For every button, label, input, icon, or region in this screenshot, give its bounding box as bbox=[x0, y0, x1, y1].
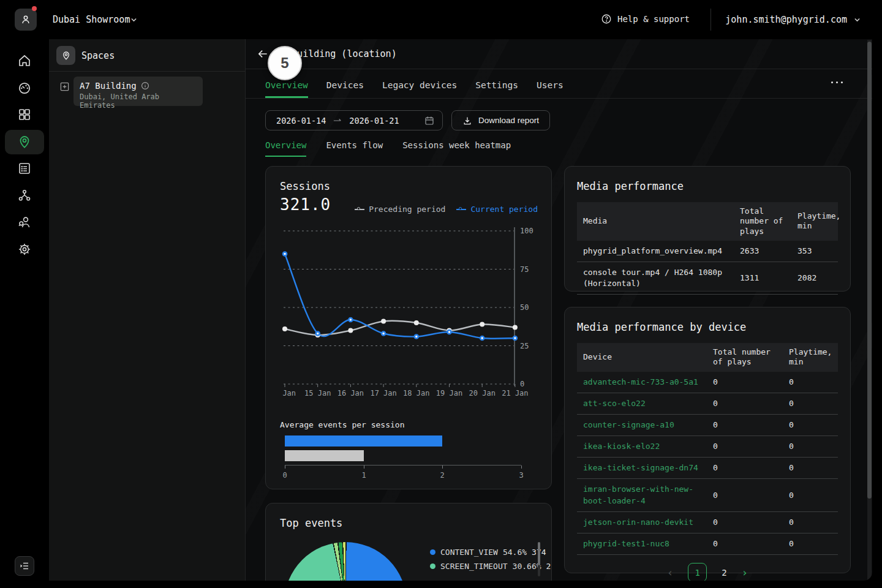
account-avatar[interactable] bbox=[15, 9, 37, 31]
workspace-name[interactable]: Dubai Showroom bbox=[53, 14, 130, 25]
nav-rail bbox=[0, 39, 49, 588]
table-header: Device Total number of plays Playtime, m… bbox=[577, 343, 838, 372]
tab-overview[interactable]: Overview bbox=[265, 80, 308, 98]
main-pane: A7 Building (location) Overview Devices … bbox=[245, 39, 872, 581]
sessions-line-chart: 10075502504 Jan15 Jan16 Jan17 Jan18 Jan1… bbox=[280, 225, 538, 400]
location-pin-icon[interactable] bbox=[17, 135, 32, 149]
location-header: A7 Building (location) bbox=[246, 39, 872, 69]
arrow-right-icon bbox=[333, 118, 342, 124]
gear-icon[interactable] bbox=[17, 242, 32, 257]
sidebar-collapse-button[interactable] bbox=[15, 556, 34, 576]
tab-users[interactable]: Users bbox=[537, 80, 564, 98]
annotation-badge-5: 5 bbox=[268, 46, 302, 80]
apps-grid-icon[interactable] bbox=[17, 107, 32, 122]
svg-text:4 Jan: 4 Jan bbox=[280, 389, 296, 398]
device-link[interactable]: advantech-mic-733-a0-5a1 bbox=[577, 372, 707, 393]
legend-content-view[interactable]: CONTENT_VIEW 54.6% 374 bbox=[430, 545, 540, 559]
tab-devices[interactable]: Devices bbox=[326, 80, 364, 98]
svg-text:50: 50 bbox=[520, 303, 529, 312]
avg-events-axis: 0123 bbox=[285, 465, 521, 481]
list-icon[interactable] bbox=[17, 161, 32, 176]
chevron-down-icon bbox=[853, 16, 861, 24]
help-support-label: Help & support bbox=[617, 14, 690, 24]
svg-text:15 Jan: 15 Jan bbox=[304, 389, 331, 398]
page-prev-icon[interactable]: ‹ bbox=[667, 567, 673, 579]
gauge-icon[interactable] bbox=[17, 80, 32, 95]
subtab-events-flow[interactable]: Events flow bbox=[326, 140, 383, 157]
svg-text:18 Jan: 18 Jan bbox=[403, 389, 429, 398]
event-count: 374 bbox=[532, 548, 552, 557]
account-email: john.smith@phygrid.com bbox=[725, 14, 847, 25]
ellipsis-menu-icon[interactable] bbox=[831, 81, 843, 83]
svg-text:16 Jan: 16 Jan bbox=[337, 389, 364, 398]
device-link[interactable]: att-sco-elo22 bbox=[577, 393, 707, 414]
user-search-icon[interactable] bbox=[17, 215, 32, 230]
table-row[interactable]: jetson-orin-nano-devkit 0 0 bbox=[577, 512, 838, 533]
sessions-card: Sessions 321.0 Preceding period Current … bbox=[265, 166, 552, 489]
device-link[interactable]: counter-signage-a10 bbox=[577, 415, 707, 435]
back-arrow-icon[interactable] bbox=[257, 48, 269, 60]
table-row[interactable]: ikea-kiosk-elo22 0 0 bbox=[577, 436, 838, 458]
date-range-picker[interactable]: 2026-01-14 2026-01-21 bbox=[265, 110, 443, 130]
device-link[interactable]: ikea-ticket-signage-dn74 bbox=[577, 458, 707, 478]
overview-content: 2026-01-14 2026-01-21 Download report bbox=[246, 110, 872, 581]
spaces-panel: Spaces A7 Building Dubai, United Arab Em… bbox=[49, 39, 245, 581]
legend-preceding-period[interactable]: Preceding period bbox=[355, 205, 445, 214]
legend-scrollbar[interactable] bbox=[538, 542, 540, 576]
scrollbar-thumb[interactable] bbox=[867, 42, 872, 499]
tab-legacy-devices[interactable]: Legacy devices bbox=[382, 80, 457, 98]
table-row[interactable]: phygrid-test1-nuc8 0 0 bbox=[577, 533, 838, 555]
calendar-icon[interactable] bbox=[424, 116, 434, 126]
table-row[interactable]: att-sco-elo22 0 0 bbox=[577, 393, 838, 415]
top-events-pie-chart bbox=[284, 542, 407, 581]
table-row[interactable]: advantech-mic-733-a0-5a1 0 0 bbox=[577, 372, 838, 393]
date-to[interactable]: 2026-01-21 bbox=[349, 116, 399, 126]
event-count: 210 bbox=[546, 562, 552, 571]
table-row[interactable]: counter-signage-a10 0 0 bbox=[577, 415, 838, 436]
page-2-button[interactable]: 2 bbox=[722, 568, 726, 578]
svg-text:0: 0 bbox=[520, 380, 524, 388]
spaces-panel-title: Spaces bbox=[81, 50, 115, 61]
avg-events-title: Average events per session bbox=[280, 420, 537, 429]
svg-text:20 Jan: 20 Jan bbox=[469, 389, 496, 398]
spaces-header: Spaces bbox=[49, 39, 245, 72]
vertical-scrollbar[interactable] bbox=[867, 40, 872, 580]
tree-expand-icon[interactable] bbox=[60, 82, 69, 91]
table-row[interactable]: imran-browser-with-new-boot-loader-4 0 0 bbox=[577, 479, 838, 511]
home-icon[interactable] bbox=[17, 53, 32, 68]
date-from[interactable]: 2026-01-14 bbox=[276, 116, 326, 126]
table-row[interactable]: console tour.mp4 / H264 1080p (Horizonta… bbox=[577, 262, 838, 295]
info-icon[interactable] bbox=[141, 81, 149, 90]
device-link[interactable]: ikea-kiosk-elo22 bbox=[577, 436, 707, 457]
help-support-button[interactable]: Help & support bbox=[601, 13, 690, 24]
device-link[interactable]: imran-browser-with-new-boot-loader-4 bbox=[577, 479, 707, 511]
question-circle-icon bbox=[601, 13, 612, 24]
subtab-sessions-week-heatmap[interactable]: Sessions week heatmap bbox=[402, 140, 511, 157]
pagination: ‹ 1 2 › bbox=[577, 563, 838, 581]
tab-settings[interactable]: Settings bbox=[475, 80, 518, 98]
device-link[interactable]: jetson-orin-nano-devkit bbox=[577, 512, 707, 533]
subtab-overview[interactable]: Overview bbox=[265, 140, 306, 157]
topbar: Dubai Showroom Help & support john.smith… bbox=[0, 0, 882, 39]
notification-dot bbox=[32, 6, 37, 11]
table-row[interactable]: phygrid_platform_overview.mp4 2633 353 bbox=[577, 241, 838, 262]
download-report-button[interactable]: Download report bbox=[451, 110, 550, 130]
chevron-down-icon[interactable] bbox=[130, 16, 138, 24]
account-menu[interactable]: john.smith@phygrid.com bbox=[725, 14, 861, 25]
page-1-button[interactable]: 1 bbox=[688, 563, 707, 581]
space-item-a7-building[interactable]: A7 Building Dubai, United Arab Emirates bbox=[74, 77, 203, 106]
device-link[interactable]: phygrid-test1-nuc8 bbox=[577, 533, 707, 554]
media-by-device-card: Media performance by device Device Total… bbox=[564, 307, 851, 573]
space-item-subtitle: Dubai, United Arab Emirates bbox=[80, 92, 197, 110]
media-by-device-title: Media performance by device bbox=[577, 321, 838, 333]
table-row[interactable]: ikea-ticket-signage-dn74 0 0 bbox=[577, 458, 838, 479]
legend-screen-timeout[interactable]: SCREEN_TIMEOUT 30.66% 210 bbox=[430, 559, 540, 573]
svg-text:75: 75 bbox=[520, 265, 529, 274]
sessions-title: Sessions bbox=[280, 180, 537, 192]
location-pin-icon bbox=[56, 46, 75, 65]
legend-marker-icon bbox=[355, 209, 364, 210]
top-events-card: Top events CONTENT_VIEW 54.6% 374 bbox=[265, 503, 552, 581]
legend-current-period[interactable]: Current period bbox=[456, 205, 538, 214]
page-next-icon[interactable]: › bbox=[742, 567, 748, 579]
hierarchy-icon[interactable] bbox=[17, 188, 32, 203]
